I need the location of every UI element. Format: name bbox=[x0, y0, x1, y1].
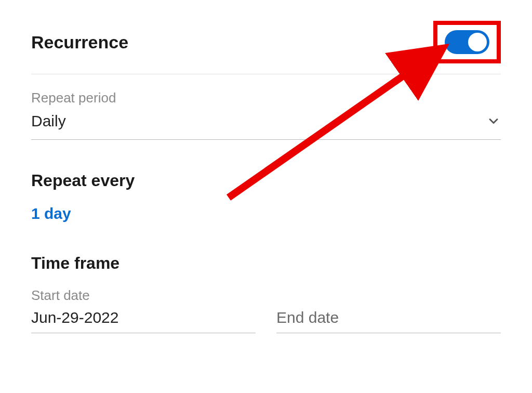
start-date-field[interactable]: Start date Jun-29-2022 bbox=[31, 287, 256, 333]
repeat-period-value: Daily bbox=[31, 112, 66, 130]
start-date-value: Jun-29-2022 bbox=[31, 309, 256, 326]
repeat-period-select[interactable]: Daily bbox=[31, 112, 501, 140]
time-frame-heading: Time frame bbox=[31, 254, 501, 273]
toggle-knob-icon bbox=[468, 33, 487, 51]
recurrence-heading: Recurrence bbox=[31, 32, 128, 53]
repeat-every-value-link[interactable]: 1 day bbox=[31, 205, 71, 222]
end-date-field[interactable]: End date bbox=[276, 287, 501, 333]
start-date-label: Start date bbox=[31, 287, 256, 304]
repeat-every-heading: Repeat every bbox=[31, 171, 501, 190]
end-date-label: End date bbox=[276, 309, 501, 326]
recurrence-toggle[interactable] bbox=[445, 30, 489, 54]
repeat-period-label: Repeat period bbox=[31, 90, 501, 106]
annotation-highlight-box bbox=[433, 21, 501, 63]
chevron-down-icon bbox=[486, 114, 501, 128]
